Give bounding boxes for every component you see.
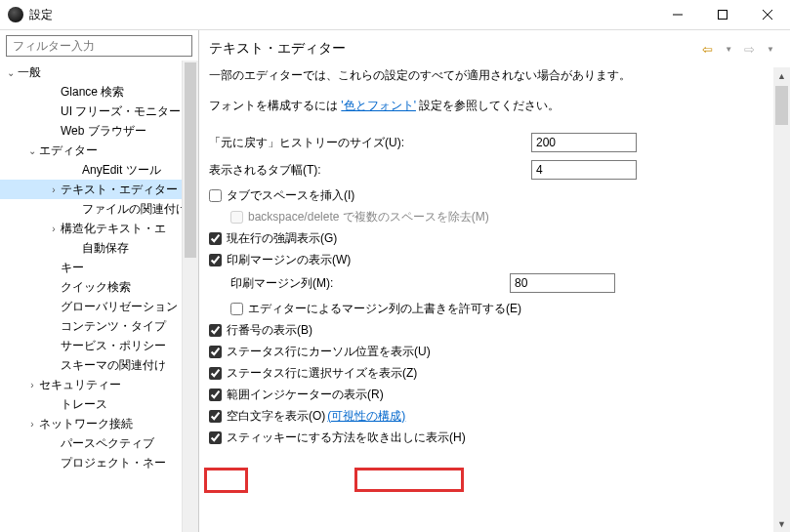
forward-menu-icon[interactable]: ▼ bbox=[767, 45, 774, 54]
tree-item-label: UI フリーズ・モニター bbox=[61, 103, 181, 120]
cursor-pos-checkbox[interactable] bbox=[209, 346, 222, 358]
undo-size-label: 「元に戻す」ヒストリーのサイズ(U): bbox=[209, 135, 531, 151]
tree-item[interactable]: UI フリーズ・モニター bbox=[0, 102, 190, 121]
sel-size-label: ステータス行に選択サイズを表示(Z) bbox=[227, 365, 417, 382]
chevron-down-icon[interactable]: ⌄ bbox=[25, 145, 39, 156]
tree-item[interactable]: プロジェクト・ネー bbox=[0, 453, 190, 472]
whitespace-label: 空白文字を表示(O) bbox=[227, 408, 325, 425]
filter-input[interactable] bbox=[6, 35, 192, 57]
app-icon bbox=[8, 7, 23, 22]
chevron-right-icon[interactable]: › bbox=[25, 380, 39, 390]
back-menu-icon[interactable]: ▼ bbox=[725, 45, 732, 54]
highlight-current-label: 現在行の強調表示(G) bbox=[227, 230, 337, 247]
tab-width-label: 表示されるタブ幅(T): bbox=[209, 162, 531, 179]
tree-item-label: セキュリティー bbox=[39, 377, 121, 393]
cursor-pos-label: ステータス行にカーソル位置を表示(U) bbox=[227, 344, 431, 360]
tree-item[interactable]: スキーマの関連付け bbox=[0, 355, 190, 375]
override-margin-checkbox[interactable] bbox=[230, 303, 243, 315]
minimize-button[interactable] bbox=[655, 0, 700, 29]
back-icon[interactable]: ⇦ bbox=[702, 42, 713, 57]
insert-spaces-label: タブでスペースを挿入(I) bbox=[227, 187, 354, 204]
tree-item[interactable]: Glance 検索 bbox=[0, 82, 190, 102]
tree-item-label: Glance 検索 bbox=[61, 84, 124, 101]
tree-item-label: 一般 bbox=[18, 64, 41, 81]
tree-item-label: キー bbox=[61, 260, 84, 276]
tree-item[interactable]: ⌄一般 bbox=[0, 62, 190, 82]
tree-item-label: プロジェクト・ネー bbox=[61, 455, 166, 471]
tree-item[interactable]: ファイルの関連付け bbox=[0, 199, 190, 219]
content-scrollbar[interactable]: ▲ ▼ bbox=[773, 67, 790, 532]
print-margin-checkbox[interactable] bbox=[209, 254, 222, 266]
chevron-down-icon[interactable]: ⌄ bbox=[4, 67, 18, 78]
chevron-right-icon[interactable]: › bbox=[47, 184, 61, 195]
tree-item[interactable]: AnyEdit ツール bbox=[0, 160, 190, 180]
scroll-up-icon[interactable]: ▲ bbox=[773, 67, 790, 84]
page-title: テキスト・エディター bbox=[209, 40, 702, 58]
tree-item[interactable]: コンテンツ・タイプ bbox=[0, 316, 190, 336]
tree-item-label: トレース bbox=[61, 396, 107, 413]
tree-item-label: Web ブラウザー bbox=[61, 123, 146, 140]
tree-item-label: 自動保存 bbox=[82, 240, 129, 257]
tree-item[interactable]: グローバリゼーション bbox=[0, 297, 190, 316]
bs-delete-checkbox bbox=[230, 211, 243, 224]
tab-width-input[interactable] bbox=[531, 160, 637, 180]
note2-pre: フォントを構成するには bbox=[209, 99, 341, 112]
tree-item[interactable]: パースペクティブ bbox=[0, 433, 190, 453]
tree-item-label: コンテンツ・タイプ bbox=[61, 318, 166, 335]
tree-item[interactable]: クイック検索 bbox=[0, 277, 190, 297]
svg-rect-1 bbox=[719, 11, 728, 20]
tree-item[interactable]: ›テキスト・エディター bbox=[0, 180, 190, 199]
tree-item-label: クイック検索 bbox=[61, 279, 131, 296]
maximize-button[interactable] bbox=[700, 0, 745, 29]
tree-item-label: エディター bbox=[39, 143, 98, 159]
chevron-right-icon[interactable]: › bbox=[47, 224, 61, 234]
sel-size-checkbox[interactable] bbox=[209, 367, 222, 380]
insert-spaces-checkbox[interactable] bbox=[209, 189, 222, 202]
colors-fonts-link[interactable]: '色とフォント' bbox=[341, 99, 416, 112]
line-numbers-checkbox[interactable] bbox=[209, 324, 222, 337]
tree-item-label: パースペクティブ bbox=[61, 435, 154, 452]
margin-col-input[interactable] bbox=[510, 273, 615, 293]
tree-item[interactable]: ›セキュリティー bbox=[0, 375, 190, 394]
sticky-checkbox[interactable] bbox=[209, 431, 222, 444]
whitespace-checkbox[interactable] bbox=[209, 410, 222, 423]
print-margin-label: 印刷マージンの表示(W) bbox=[227, 252, 351, 268]
tree-item-label: 構造化テキスト・エ bbox=[61, 221, 166, 237]
tree-item[interactable]: キー bbox=[0, 258, 190, 277]
tree-item[interactable]: トレース bbox=[0, 394, 190, 414]
tree-item-label: ネットワーク接続 bbox=[39, 416, 133, 432]
tree-item[interactable]: ⌄エディター bbox=[0, 141, 190, 160]
chevron-right-icon[interactable]: › bbox=[25, 419, 39, 430]
tree-item-label: サービス・ポリシー bbox=[61, 338, 166, 354]
scroll-down-icon[interactable]: ▼ bbox=[773, 515, 790, 532]
undo-size-input[interactable] bbox=[531, 133, 637, 152]
tree-item[interactable]: ›構造化テキスト・エ bbox=[0, 219, 190, 238]
override-margin-label: エディターによるマージン列の上書きを許可する(E) bbox=[248, 301, 521, 317]
highlight-current-checkbox[interactable] bbox=[209, 232, 222, 245]
tree-scrollbar[interactable] bbox=[182, 61, 198, 532]
note-line-1: 一部のエディターでは、これらの設定のすべてが適用されない場合があります。 bbox=[209, 67, 764, 84]
tree-item[interactable]: ›ネットワーク接続 bbox=[0, 414, 190, 433]
tree-item-label: テキスト・エディター bbox=[61, 182, 178, 198]
preferences-tree[interactable]: ⌄一般Glance 検索UI フリーズ・モニターWeb ブラウザー⌄エディターA… bbox=[0, 61, 190, 472]
note-line-2: フォントを構成するには '色とフォント' 設定を参照してください。 bbox=[209, 98, 764, 114]
tree-item-label: スキーマの関連付け bbox=[61, 357, 166, 374]
visibility-config-link[interactable]: (可視性の構成) bbox=[327, 408, 405, 425]
range-ind-checkbox[interactable] bbox=[209, 389, 222, 401]
sticky-label: スティッキーにする方法を吹き出しに表示(H) bbox=[227, 430, 466, 446]
tree-item-label: AnyEdit ツール bbox=[82, 162, 161, 179]
tree-item[interactable]: Web ブラウザー bbox=[0, 121, 190, 141]
note2-post: 設定を参照してください。 bbox=[416, 99, 560, 112]
range-ind-label: 範囲インジケーターの表示(R) bbox=[227, 387, 384, 403]
tree-item[interactable]: 自動保存 bbox=[0, 238, 190, 258]
tree-item-label: ファイルの関連付け bbox=[82, 201, 187, 218]
window-title: 設定 bbox=[29, 7, 655, 23]
line-numbers-label: 行番号の表示(B) bbox=[227, 322, 312, 339]
tree-item-label: グローバリゼーション bbox=[61, 299, 178, 315]
bs-delete-label: backspace/delete で複数のスペースを除去(M) bbox=[248, 209, 489, 225]
tree-item[interactable]: サービス・ポリシー bbox=[0, 336, 190, 355]
forward-icon[interactable]: ⇨ bbox=[744, 42, 755, 57]
margin-col-label: 印刷マージン列(M): bbox=[209, 275, 510, 292]
close-button[interactable] bbox=[745, 0, 790, 29]
